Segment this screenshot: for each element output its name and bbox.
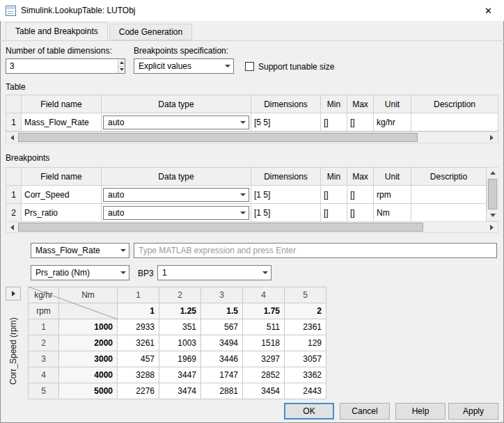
data-cell[interactable]: 3494 — [201, 335, 243, 351]
data-cell[interactable]: 1518 — [243, 335, 285, 351]
breakpoints-vertical-scrollbar[interactable] — [487, 167, 498, 221]
data-cell[interactable]: 567 — [201, 319, 243, 335]
hscroll-thumb[interactable] — [18, 133, 418, 142]
data-cell[interactable]: 2881 — [201, 383, 243, 399]
table-dimensions-input[interactable] — [6, 59, 118, 73]
spin-up-icon[interactable] — [118, 59, 125, 66]
min-cell[interactable]: [] — [321, 204, 347, 222]
chevron-down-icon — [237, 207, 249, 219]
max-cell[interactable]: [] — [347, 186, 374, 204]
data-cell[interactable]: 3297 — [243, 351, 285, 367]
data-cell[interactable]: 2443 — [285, 383, 326, 399]
expand-panel-button[interactable] — [6, 287, 21, 301]
col-breakpoint-cell[interactable]: 2 — [285, 303, 326, 319]
row-breakpoint-cell[interactable]: 1000 — [59, 319, 118, 335]
data-cell[interactable]: 3057 — [285, 351, 326, 367]
support-tunable-size-checkbox[interactable] — [245, 62, 254, 71]
data-cell[interactable]: 1969 — [159, 351, 201, 367]
bp3-selector[interactable]: 1 — [157, 265, 271, 280]
tab-table-and-breakpoints[interactable]: Table and Breakpoints — [6, 22, 108, 40]
breakpoints-spec-select[interactable]: Explicit values — [134, 58, 234, 74]
description-cell[interactable] — [411, 204, 487, 222]
bp3-selector-value: 1 — [158, 268, 259, 278]
scroll-left-icon[interactable] — [6, 132, 18, 143]
dimensions-cell[interactable]: [5 5] — [251, 113, 321, 131]
max-cell[interactable]: [] — [347, 204, 374, 222]
cancel-button[interactable]: Cancel — [340, 403, 390, 420]
window-title: Simulink.LookupTable: LUTObj — [21, 6, 136, 15]
matlab-expression-input[interactable] — [134, 243, 497, 258]
field-name-cell[interactable]: Corr_Speed — [22, 186, 102, 204]
col-header-data-type: Data type — [102, 95, 251, 113]
vscroll-thumb[interactable] — [488, 179, 497, 209]
data-cell[interactable]: 3454 — [243, 383, 285, 399]
breakpoint-selector[interactable]: Prs_ratio (Nm) — [31, 265, 129, 280]
max-cell[interactable]: [] — [347, 113, 374, 131]
spin-down-icon[interactable] — [118, 66, 125, 74]
row-number: 2 — [6, 204, 22, 222]
field-name-cell[interactable]: Mass_Flow_Rate — [22, 113, 102, 131]
data-cell[interactable]: 457 — [118, 351, 159, 367]
data-cell[interactable]: 511 — [243, 319, 285, 335]
row-breakpoint-cell[interactable]: 3000 — [59, 351, 118, 367]
col-breakpoint-cell[interactable]: 1.5 — [201, 303, 243, 319]
unit-cell[interactable]: rpm — [374, 186, 411, 204]
field-selector[interactable]: Mass_Flow_Rate — [31, 243, 129, 258]
lookup-data-grid: kg/hr Nm 1 2 3 4 5 rpm 1 1.25 1.5 1.75 2… — [28, 287, 326, 399]
data-cell[interactable]: 2852 — [243, 367, 285, 383]
row-breakpoint-cell[interactable]: 4000 — [59, 367, 118, 383]
unit-cell[interactable]: Nm — [374, 204, 411, 222]
data-cell[interactable]: 351 — [159, 319, 201, 335]
scroll-left-icon[interactable] — [6, 222, 18, 232]
data-cell[interactable]: 2361 — [285, 319, 326, 335]
data-cell[interactable]: 3447 — [159, 367, 201, 383]
ok-button[interactable]: OK — [284, 403, 334, 420]
data-cell[interactable]: 3261 — [118, 335, 159, 351]
dimensions-cell[interactable]: [1 5] — [251, 204, 321, 222]
data-cell[interactable]: 1003 — [159, 335, 201, 351]
data-cell[interactable]: 2276 — [118, 383, 159, 399]
min-cell[interactable]: [] — [321, 113, 347, 131]
col-breakpoint-cell[interactable]: 1 — [118, 303, 159, 319]
min-cell[interactable]: [] — [321, 186, 347, 204]
row-axis-label: Corr_Speed (rpm) — [6, 303, 21, 399]
tab-code-generation[interactable]: Code Generation — [109, 24, 192, 40]
row-breakpoint-cell[interactable]: 2000 — [59, 335, 118, 351]
close-icon[interactable]: ✕ — [473, 0, 504, 21]
col-breakpoint-cell[interactable]: 1.75 — [243, 303, 285, 319]
col-header-data-type: Data type — [102, 168, 251, 186]
col-breakpoint-cell[interactable]: 1.25 — [159, 303, 201, 319]
table-dimensions-stepper[interactable] — [6, 58, 125, 74]
col-header-description: Description — [411, 95, 498, 113]
field-name-cell[interactable]: Prs_ratio — [22, 204, 102, 222]
breakpoints-horizontal-scrollbar[interactable] — [6, 221, 498, 233]
data-cell[interactable]: 3362 — [285, 367, 326, 383]
data-cell[interactable]: 2933 — [118, 319, 159, 335]
description-cell[interactable] — [411, 113, 498, 131]
data-type-select[interactable]: auto — [103, 115, 249, 129]
scroll-down-icon[interactable] — [487, 210, 498, 221]
data-cell[interactable]: 3288 — [118, 367, 159, 383]
data-cell[interactable]: 3446 — [201, 351, 243, 367]
hscroll-thumb[interactable] — [18, 223, 423, 232]
data-cell[interactable]: 129 — [285, 335, 326, 351]
unit-cell[interactable]: kg/hr — [374, 113, 411, 131]
grid-column-index-row: kg/hr Nm 1 2 3 4 5 — [29, 287, 326, 303]
scroll-up-icon[interactable] — [487, 168, 498, 178]
data-type-select[interactable]: auto — [103, 188, 249, 202]
description-cell[interactable] — [411, 186, 487, 204]
data-cell[interactable]: 1747 — [201, 367, 243, 383]
table-horizontal-scrollbar[interactable] — [6, 131, 498, 143]
scroll-right-icon[interactable] — [486, 132, 498, 143]
apply-button[interactable]: Apply — [448, 403, 498, 420]
breakpoints-fields-grid: Field name Data type Dimensions Min Max … — [6, 167, 487, 222]
scroll-right-icon[interactable] — [486, 222, 498, 232]
chevron-down-icon — [117, 266, 129, 280]
help-button[interactable]: Help — [395, 403, 446, 420]
data-cell[interactable]: 3474 — [159, 383, 201, 399]
data-type-select[interactable]: auto — [103, 206, 249, 220]
dimensions-cell[interactable]: [1 5] — [251, 186, 321, 204]
col-header-unit: Unit — [374, 95, 411, 113]
row-breakpoint-cell[interactable]: 5000 — [59, 383, 118, 399]
col-header-min: Min — [321, 168, 347, 186]
